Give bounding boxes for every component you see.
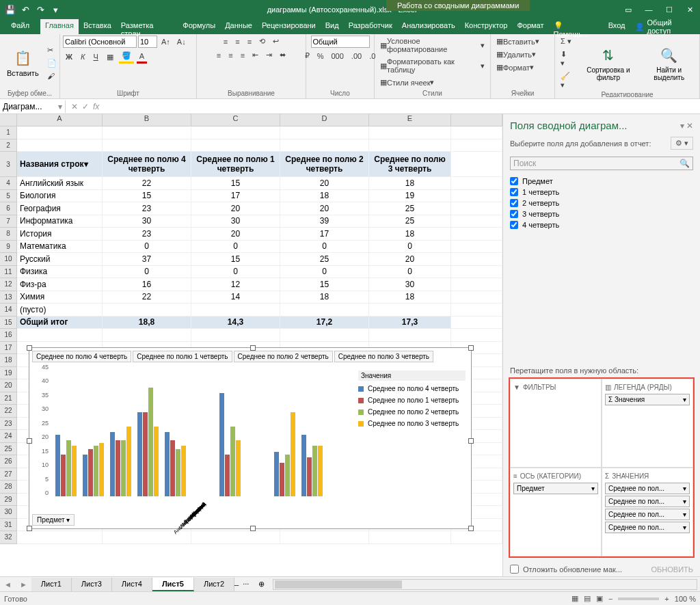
underline-button[interactable]: Ч	[90, 50, 100, 64]
tab-view[interactable]: Вид	[321, 19, 344, 34]
signin-button[interactable]: Вход	[604, 19, 630, 34]
zone-field[interactable]: Среднее по пол...▾	[605, 496, 690, 507]
save-icon[interactable]: 💾	[4, 3, 16, 16]
name-box[interactable]: Диаграм...▾	[0, 100, 66, 113]
indent-decrease-icon[interactable]: ⇤	[250, 49, 261, 61]
zone-axis[interactable]: ≡ОСЬ (КАТЕГОРИИ) Предмет▾	[510, 468, 602, 556]
sheet-tab[interactable]: Лист1	[31, 578, 72, 591]
chart-axis-field-button[interactable]: Предмет ▾	[32, 514, 75, 526]
zone-field[interactable]: Среднее по пол...▾	[605, 509, 690, 520]
cell-styles-button[interactable]: ▦ Стили ячеек ▾	[377, 77, 437, 88]
sheet-tab[interactable]: Лист5	[152, 578, 194, 591]
fill-color-button[interactable]: 🪣	[119, 50, 134, 64]
defer-checkbox[interactable]	[510, 565, 519, 574]
field-item[interactable]: Предмет	[510, 176, 693, 187]
zone-field[interactable]: Среднее по пол...▾	[605, 483, 690, 494]
formula-input[interactable]	[105, 105, 700, 108]
font-color-button[interactable]: A	[137, 50, 147, 64]
orientation-icon[interactable]: ⟲	[256, 36, 268, 47]
chart-field-button[interactable]: Среднее по полю 2 четверть	[234, 351, 333, 362]
align-left-icon[interactable]: ≡	[214, 49, 224, 61]
conditional-formatting-button[interactable]: ▦ Условное форматирование ▾	[377, 36, 487, 55]
copy-icon[interactable]: 📄	[44, 57, 59, 69]
align-center-icon[interactable]: ≡	[226, 49, 235, 61]
fill-icon[interactable]: ⬇ ▾	[558, 49, 575, 69]
decimal-inc-icon[interactable]: .00	[349, 50, 364, 62]
number-format-select[interactable]	[311, 36, 370, 48]
percent-icon[interactable]: %	[314, 50, 327, 62]
bold-button[interactable]: Ж	[63, 50, 75, 64]
field-item[interactable]: 4 четверть	[510, 219, 693, 230]
align-middle-icon[interactable]: ≡	[232, 36, 242, 47]
qat-more-icon[interactable]: ▾	[49, 3, 62, 16]
field-item[interactable]: 1 четверть	[510, 187, 693, 198]
font-size-select[interactable]	[138, 36, 157, 48]
view-pagebreak-icon[interactable]: ▣	[596, 594, 603, 603]
zone-field[interactable]: Σ Значения▾	[605, 394, 690, 405]
update-button[interactable]: ОБНОВИТЬ	[651, 565, 693, 574]
chart-field-button[interactable]: Среднее по полю 1 четверть	[133, 351, 232, 362]
currency-icon[interactable]: ₽	[302, 50, 312, 62]
redo-icon[interactable]: ↷	[34, 3, 46, 16]
pivot-chart[interactable]: Среднее по полю 4 четвертьСреднее по пол…	[29, 347, 472, 529]
paste-button[interactable]: 📋 Вставить	[3, 47, 43, 79]
zone-filters[interactable]: ▼ФИЛЬТРЫ	[510, 379, 602, 468]
decrease-font-icon[interactable]: A↓	[174, 36, 189, 47]
format-painter-icon[interactable]: 🖌	[44, 70, 59, 81]
sheet-nav-next[interactable]: ►	[16, 580, 31, 589]
sheet-tab[interactable]: Лист3	[72, 578, 112, 591]
fx-enter-icon[interactable]: ✓	[82, 102, 89, 111]
align-top-icon[interactable]: ≡	[221, 36, 230, 47]
zone-values[interactable]: ΣЗНАЧЕНИЯ Среднее по пол...▾Среднее по п…	[602, 468, 693, 556]
chart-legend[interactable]: Значения Среднее по полю 4 четвертьСредн…	[355, 368, 468, 509]
zoom-value[interactable]: 100 %	[675, 595, 696, 603]
new-sheet-button[interactable]: ⊕	[253, 580, 270, 589]
merge-icon[interactable]: ⬌	[277, 49, 288, 61]
tab-insert[interactable]: Вставка	[79, 19, 116, 34]
tab-analyze[interactable]: Анализировать	[397, 19, 460, 34]
field-item[interactable]: 3 четверть	[510, 209, 693, 219]
tab-developer[interactable]: Разработчик	[344, 19, 397, 34]
zone-field[interactable]: Среднее по пол...▾	[605, 522, 690, 533]
undo-icon[interactable]: ↶	[19, 3, 31, 16]
sort-filter-button[interactable]: ⇅ Сортировка и фильтр	[576, 44, 640, 83]
tab-review[interactable]: Рецензировани	[257, 19, 321, 34]
wrap-text-icon[interactable]: ↩	[270, 36, 282, 47]
horizontal-scrollbar[interactable]	[273, 579, 697, 590]
zone-field[interactable]: Предмет▾	[513, 483, 598, 494]
indent-increase-icon[interactable]: ⇥	[263, 49, 275, 61]
italic-button[interactable]: К	[78, 50, 88, 64]
gear-icon[interactable]: ⚙ ▾	[671, 137, 693, 150]
border-button[interactable]: ▦	[104, 50, 116, 64]
tab-home[interactable]: Главная	[40, 19, 79, 34]
help-button[interactable]: 💡 Помощь...	[549, 19, 604, 34]
tab-formulas[interactable]: Формулы	[178, 19, 220, 34]
tab-pagelayout[interactable]: Разметка стран	[116, 19, 178, 34]
cut-icon[interactable]: ✂	[44, 44, 59, 56]
sheet-nav-prev[interactable]: ◄	[0, 580, 16, 589]
sheet-tab[interactable]: Лист2	[194, 578, 234, 591]
insert-cells-button[interactable]: ▦ Вставить ▾	[494, 36, 542, 47]
view-normal-icon[interactable]: ▦	[571, 594, 578, 603]
tab-data[interactable]: Данные	[220, 19, 257, 34]
format-cells-button[interactable]: ▦ Формат ▾	[494, 62, 537, 73]
delete-cells-button[interactable]: ▦ Удалить ▾	[494, 49, 539, 60]
maximize-icon[interactable]: ☐	[659, 0, 679, 19]
increase-font-icon[interactable]: A↑	[159, 36, 173, 47]
zoom-slider[interactable]	[618, 597, 659, 600]
chart-field-button[interactable]: Среднее по полю 3 четверть	[334, 351, 433, 362]
format-as-table-button[interactable]: ▦ Форматировать как таблицу ▾	[377, 56, 487, 75]
zone-legend[interactable]: ▥ЛЕГЕНДА (РЯДЫ) Σ Значения▾	[602, 379, 693, 468]
comma-icon[interactable]: 000	[328, 50, 346, 62]
tab-design[interactable]: Конструктор	[460, 19, 513, 34]
share-button[interactable]: 👤 Общий доступ	[630, 19, 700, 34]
align-bottom-icon[interactable]: ≡	[245, 36, 254, 47]
field-search[interactable]: Поиск 🔍	[510, 157, 693, 170]
minimize-icon[interactable]: —	[638, 0, 659, 19]
pane-menu-icon[interactable]: ▾ ✕	[680, 121, 693, 131]
find-select-button[interactable]: 🔍 Найти и выделить	[642, 44, 697, 83]
field-item[interactable]: 2 четверть	[510, 198, 693, 209]
fx-cancel-icon[interactable]: ✕	[71, 102, 78, 111]
chart-field-button[interactable]: Среднее по полю 4 четверть	[32, 351, 131, 362]
tab-file[interactable]: Файл	[0, 19, 40, 34]
